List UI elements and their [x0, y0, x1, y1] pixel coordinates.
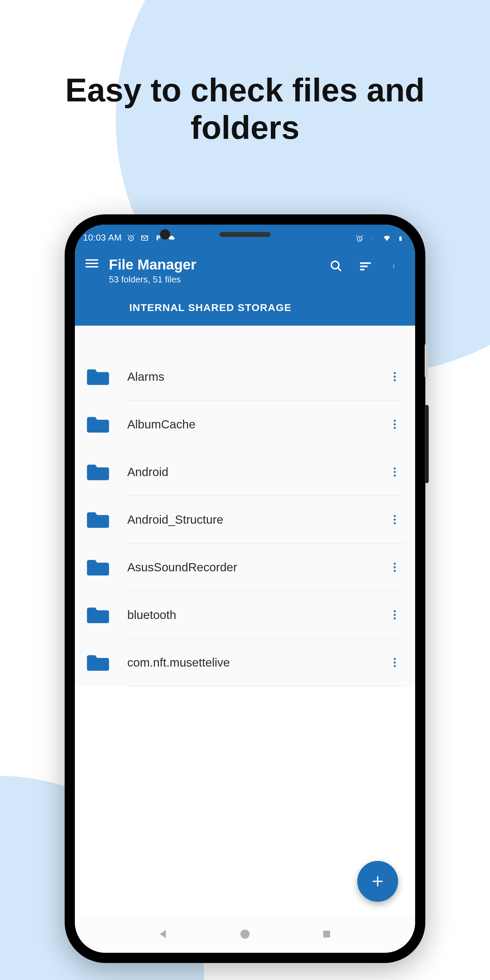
folder-icon [86, 558, 110, 576]
phone-screen: 10:03 AM [75, 224, 415, 953]
nav-recent-button[interactable] [318, 926, 335, 943]
overflow-menu-button[interactable] [388, 259, 401, 273]
svg-point-17 [394, 427, 396, 429]
svg-point-19 [394, 471, 396, 473]
folder-list[interactable]: Alarms AlbumCache Android [75, 326, 415, 686]
svg-point-16 [394, 423, 396, 425]
marketing-headline: Easy to check files and folders [0, 0, 490, 147]
svg-point-20 [394, 474, 396, 476]
folder-more-button[interactable] [388, 417, 401, 431]
status-right [355, 234, 405, 243]
folder-row[interactable]: AlbumCache [75, 401, 415, 448]
phone-frame: 10:03 AM [65, 215, 425, 963]
svg-rect-7 [360, 266, 368, 267]
folder-icon [86, 368, 110, 386]
svg-point-24 [394, 563, 396, 565]
headline-line-1: Easy to check files and [65, 72, 425, 108]
svg-point-33 [240, 930, 250, 939]
search-button[interactable] [329, 259, 343, 273]
list-top-spacer [75, 326, 415, 353]
folder-row[interactable]: Android_Structure [75, 496, 415, 543]
phone-speaker [220, 232, 270, 237]
svg-point-23 [394, 522, 396, 524]
folder-more-button[interactable] [388, 656, 401, 669]
status-time: 10:03 AM [83, 232, 122, 243]
folder-more-button[interactable] [388, 608, 401, 622]
app-actions [329, 259, 401, 273]
phone-side-button [425, 405, 429, 483]
app-bar: File Manager 53 folders, 51 files [75, 245, 415, 285]
folder-icon [86, 606, 110, 624]
folder-icon [86, 511, 110, 529]
menu-button[interactable] [85, 256, 99, 270]
folder-row[interactable]: Android [75, 448, 415, 496]
svg-point-25 [394, 566, 396, 568]
folder-icon [86, 463, 110, 481]
more-vert-icon [393, 260, 396, 272]
folder-name: Android [127, 465, 388, 479]
svg-rect-8 [360, 269, 364, 270]
svg-point-12 [394, 372, 396, 374]
svg-point-14 [394, 379, 396, 381]
gmail-icon [140, 234, 149, 242]
svg-point-32 [394, 665, 396, 667]
app-title: File Manager [109, 256, 319, 273]
svg-rect-6 [360, 262, 371, 264]
folder-icon [86, 415, 110, 434]
svg-point-13 [394, 375, 396, 378]
folder-name: AlbumCache [127, 417, 388, 431]
folder-more-button[interactable] [388, 465, 401, 479]
breadcrumb-label: INTERNAL SHARED STORAGE [129, 302, 292, 313]
nav-home-icon [240, 929, 250, 940]
folder-more-button[interactable] [388, 560, 401, 574]
folder-name: bluetooth [127, 608, 388, 622]
folder-more-button[interactable] [388, 513, 401, 527]
folder-name: AsusSoundRecorder [127, 560, 388, 574]
folder-row[interactable]: Alarms [75, 353, 415, 401]
nav-recent-icon [321, 929, 332, 939]
folder-name: Alarms [127, 370, 388, 383]
more-vert-icon [393, 658, 396, 667]
more-vert-icon [393, 467, 396, 477]
svg-point-29 [394, 617, 396, 619]
svg-rect-34 [323, 931, 330, 937]
more-vert-icon [393, 420, 396, 429]
data-icon [369, 234, 378, 243]
svg-rect-3 [399, 237, 402, 241]
svg-point-28 [394, 614, 396, 616]
svg-point-21 [394, 515, 396, 517]
folder-row[interactable]: bluetooth [75, 591, 415, 639]
breadcrumb[interactable]: INTERNAL SHARED STORAGE [75, 285, 415, 326]
wifi-icon [382, 234, 391, 243]
svg-point-30 [394, 658, 396, 660]
app-title-wrap: File Manager 53 folders, 51 files [109, 256, 319, 285]
nav-home-button[interactable] [237, 926, 253, 943]
svg-point-22 [394, 519, 396, 520]
headline-line-2: folders [191, 109, 299, 146]
nav-back-icon [157, 928, 169, 940]
phone-side-button-small [425, 344, 428, 378]
app-subtitle: 53 folders, 51 files [109, 274, 319, 285]
more-vert-icon [393, 610, 396, 620]
folder-icon [86, 653, 110, 672]
fab-add-button[interactable] [357, 861, 398, 902]
folder-more-button[interactable] [388, 370, 401, 383]
svg-point-11 [393, 267, 395, 269]
svg-rect-4 [400, 236, 401, 237]
android-nav-bar [75, 915, 415, 953]
alarm-icon-right [355, 234, 364, 243]
svg-point-9 [393, 264, 395, 266]
alarm-icon [127, 234, 135, 242]
svg-point-26 [394, 570, 396, 572]
folder-row[interactable]: com.nft.musettelive [75, 639, 415, 686]
nav-back-button[interactable] [155, 926, 172, 943]
svg-point-15 [394, 420, 396, 422]
svg-point-18 [394, 467, 396, 469]
folder-row[interactable]: AsusSoundRecorder [75, 543, 415, 591]
folder-name: Android_Structure [127, 513, 388, 527]
plus-icon [370, 874, 385, 889]
search-icon [330, 259, 343, 272]
more-vert-icon [393, 515, 396, 524]
sort-button[interactable] [359, 259, 372, 273]
sort-icon [359, 259, 372, 272]
